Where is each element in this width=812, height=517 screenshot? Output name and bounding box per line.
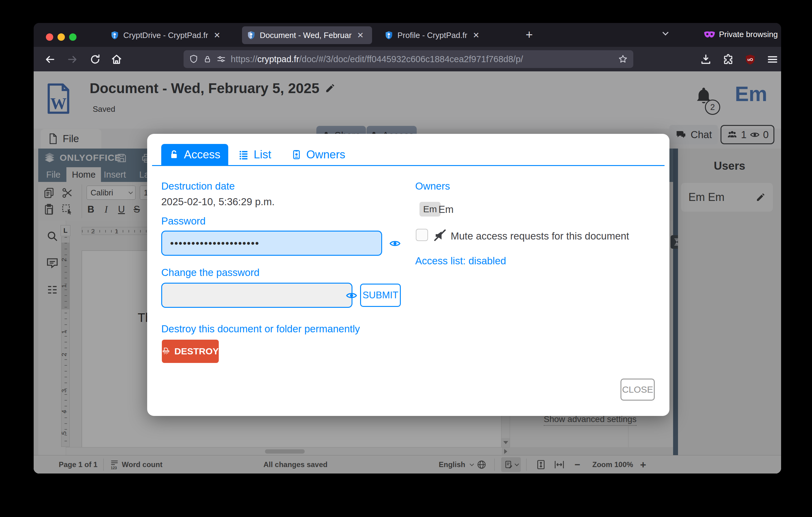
- url-scheme: https://: [231, 54, 257, 64]
- cryptpad-favicon: [384, 31, 393, 39]
- tab-list-chevron-icon[interactable]: [663, 31, 667, 36]
- access-list-status: Access list: disabled: [415, 255, 506, 267]
- tab-cryptdrive[interactable]: CryptDrive - CryptPad.fr ✕: [106, 26, 236, 44]
- show-new-password-eye-icon[interactable]: [345, 290, 358, 302]
- list-icon: [238, 149, 249, 160]
- new-password-input[interactable]: [161, 283, 352, 308]
- change-password-label: Change the password: [161, 267, 259, 278]
- password-masked-value: •••••••••••••••••••••: [170, 237, 259, 249]
- submit-button[interactable]: SUBMIT: [360, 283, 401, 307]
- mute-checkbox[interactable]: [416, 229, 428, 241]
- destroy-button[interactable]: DESTROY: [162, 340, 219, 363]
- shredder-icon: [162, 346, 170, 356]
- tab-title: Document - Wed, February 5, 2025: [260, 31, 351, 40]
- traffic-light-close[interactable]: [46, 33, 53, 41]
- navigation-bar: https://cryptpad.fr/doc/#/3/doc/edit/ff0…: [34, 47, 781, 72]
- tab-document-active[interactable]: Document - Wed, February 5, 2025 ✕: [242, 26, 372, 44]
- tab-profile[interactable]: Profile - CryptPad.fr ✕: [380, 26, 510, 44]
- modal-tab-access[interactable]: Access: [161, 144, 228, 165]
- password-label: Password: [161, 215, 206, 227]
- permissions-icon[interactable]: [216, 55, 226, 64]
- screenshot-root: CryptDrive - CryptPad.fr ✕ Document - We…: [0, 0, 812, 517]
- destroy-label: Destroy this document or folder permanen…: [161, 323, 360, 335]
- url-text[interactable]: https://cryptpad.fr/doc/#/3/doc/edit/ff0…: [231, 54, 523, 64]
- mute-label: Mute access requests for this document: [451, 230, 629, 242]
- url-host: cryptpad.fr: [257, 54, 299, 64]
- download-icon[interactable]: [700, 54, 712, 65]
- unlock-icon: [169, 150, 179, 160]
- tab-title: Profile - CryptPad.fr: [398, 31, 467, 40]
- tab-close-icon[interactable]: ✕: [473, 31, 480, 40]
- destruction-date-value: 2025-02-10, 5:36:29 p.m.: [161, 196, 275, 208]
- tab-close-icon[interactable]: ✕: [357, 31, 364, 40]
- close-button[interactable]: CLOSE: [620, 379, 655, 401]
- ublock-icon[interactable]: uO: [744, 54, 756, 65]
- traffic-light-zoom[interactable]: [69, 33, 77, 41]
- browser-window: CryptDrive - CryptPad.fr ✕ Document - We…: [34, 23, 781, 473]
- cryptpad-page: W Document - Wed, February 5, 2025 Saved…: [34, 71, 781, 473]
- destruction-date-label: Destruction date: [161, 181, 235, 192]
- id-badge-icon: [292, 149, 301, 160]
- tab-bar: CryptDrive - CryptPad.fr ✕ Document - We…: [34, 23, 781, 47]
- url-path: /doc/#/3/doc/edit/ff0445932c606c1884cea2…: [299, 54, 523, 64]
- cryptpad-favicon: [247, 31, 256, 39]
- access-modal: Access List Owners Destruction date 2025…: [147, 134, 669, 416]
- traffic-light-minimize[interactable]: [58, 33, 65, 41]
- new-tab-button[interactable]: +: [526, 28, 533, 41]
- private-mask-icon: [704, 31, 715, 38]
- private-browsing-label: Private browsing: [719, 30, 778, 39]
- password-input[interactable]: •••••••••••••••••••••: [161, 230, 382, 256]
- extensions-puzzle-icon[interactable]: [722, 54, 734, 65]
- tab-underline: [152, 165, 665, 166]
- private-browsing-badge: Private browsing: [704, 30, 778, 39]
- reload-icon[interactable]: [89, 54, 101, 65]
- tab-close-icon[interactable]: ✕: [213, 31, 220, 40]
- cryptpad-favicon: [111, 31, 119, 39]
- mute-icon: [434, 229, 446, 242]
- show-password-eye-icon[interactable]: [389, 237, 401, 250]
- modal-tab-list[interactable]: List: [230, 144, 279, 165]
- back-icon[interactable]: [44, 54, 56, 65]
- tab-title: CryptDrive - CryptPad.fr: [123, 31, 208, 40]
- owners-label: Owners: [415, 181, 450, 192]
- url-bar[interactable]: https://cryptpad.fr/doc/#/3/doc/edit/ff0…: [183, 50, 633, 68]
- forward-icon[interactable]: [67, 54, 78, 65]
- modal-tab-owners[interactable]: Owners: [284, 144, 353, 165]
- tracking-shield-icon[interactable]: [189, 55, 198, 64]
- home-icon[interactable]: [111, 54, 122, 65]
- lock-icon[interactable]: [203, 55, 212, 63]
- bookmark-star-icon[interactable]: [618, 54, 628, 64]
- owner-name: Em: [438, 204, 454, 215]
- ublock-text: uO: [748, 57, 753, 62]
- owner-badge: Em: [419, 202, 441, 217]
- menu-hamburger-icon[interactable]: [767, 54, 778, 65]
